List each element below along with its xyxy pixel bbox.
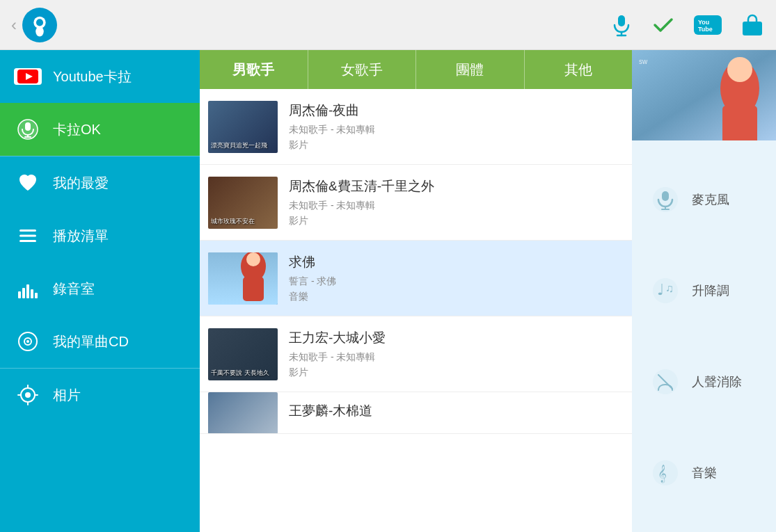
sidebar-item-playlist[interactable]: 播放清單	[0, 209, 200, 262]
tab-other[interactable]: 其他	[525, 50, 633, 89]
app-logo-icon	[27, 13, 52, 38]
svg-rect-20	[19, 240, 36, 242]
youtube-logo-icon	[14, 68, 42, 85]
control-microphone[interactable]: 麥克風	[639, 176, 769, 223]
control-vocal[interactable]: 人聲消除	[639, 358, 769, 405]
photo-icon	[14, 381, 42, 409]
back-button[interactable]: ‹	[11, 15, 17, 35]
control-music-label: 音樂	[692, 465, 717, 481]
now-playing-thumbnail: sw	[632, 50, 776, 140]
thumb-text: 千萬不要說 天長地久	[211, 369, 269, 378]
sidebar-item-youtube[interactable]: Youtube卡拉	[0, 50, 200, 103]
svg-rect-38	[243, 277, 264, 301]
karaoke-mic-icon	[14, 115, 42, 143]
song-list: 漂亮寶貝追兇一起飛 周杰倫-夜曲 未知歌手 - 未知專輯 影片 城市玫瑰不安在 …	[200, 89, 632, 532]
music-icon: 𝄞	[650, 458, 681, 488]
sidebar-item-favorites[interactable]: 我的最愛	[0, 156, 200, 209]
heart-icon	[14, 169, 42, 197]
mic-control-icon	[650, 184, 681, 215]
svg-text:𝄞: 𝄞	[658, 465, 667, 483]
svg-point-41	[727, 57, 752, 82]
right-panel: sw 麥克風	[632, 50, 776, 532]
svg-text:You: You	[698, 19, 709, 26]
song-info: 求佛 誓言 - 求佛 音樂	[278, 248, 624, 309]
song-info: 王夢麟-木棉道	[278, 396, 624, 430]
svg-point-2	[36, 19, 43, 26]
song-info: 王力宏-大城小愛 未知歌手 - 未知專輯 影片	[278, 323, 624, 385]
tab-male-label: 男歌手	[232, 61, 274, 79]
song-thumbnail	[208, 392, 278, 434]
song-item-highlighted[interactable]: 求佛 誓言 - 求佛 音樂	[200, 241, 632, 316]
svg-rect-19	[19, 235, 36, 237]
svg-text:♫: ♫	[665, 282, 674, 294]
svg-rect-3	[37, 29, 42, 35]
header-right: You Tube	[609, 13, 765, 38]
sidebar-label-karaoke: 卡拉OK	[53, 120, 101, 139]
vocal-icon	[650, 366, 681, 397]
song-type: 影片	[289, 366, 612, 379]
svg-point-34	[25, 392, 31, 398]
song-type: 影片	[289, 139, 612, 152]
svg-rect-22	[22, 288, 25, 298]
svg-rect-42	[722, 106, 757, 140]
thumb-text: 城市玫瑰不安在	[211, 217, 255, 226]
music-notes-icon: ♩ ♫	[650, 275, 681, 306]
tab-female-label: 女歌手	[341, 61, 383, 79]
svg-text:♩: ♩	[657, 281, 664, 298]
tab-female[interactable]: 女歌手	[308, 50, 417, 89]
thumb-text: 漂亮寶貝追兇一起飛	[211, 141, 267, 150]
song-title: 周杰倫-夜曲	[289, 102, 612, 120]
main-layout: Youtube卡拉 卡拉OK 我的最愛	[0, 50, 776, 532]
svg-rect-10	[743, 22, 762, 35]
song-type: 音樂	[289, 291, 612, 303]
svg-rect-25	[35, 293, 38, 298]
svg-rect-24	[31, 289, 33, 298]
app-logo	[22, 8, 57, 42]
sidebar: Youtube卡拉 卡拉OK 我的最愛	[0, 50, 200, 532]
studio-icon	[14, 275, 42, 303]
song-thumbnail	[208, 252, 278, 305]
song-artist: 未知歌手 - 未知專輯	[289, 124, 612, 136]
song-item[interactable]: 城市玫瑰不安在 周杰倫&費玉清-千里之外 未知歌手 - 未知專輯 影片	[200, 165, 632, 241]
sidebar-item-studio[interactable]: 錄音室	[0, 262, 200, 315]
header-check-button[interactable]	[651, 13, 676, 38]
svg-rect-21	[18, 291, 21, 298]
header-youtube-button[interactable]: You Tube	[692, 13, 723, 38]
tab-bar: 男歌手 女歌手 團體 其他	[200, 50, 632, 89]
svg-text:Tube: Tube	[698, 26, 713, 33]
sidebar-label-playlist: 播放清單	[53, 227, 109, 245]
song-item[interactable]: 千萬不要說 天長地久 王力宏-大城小愛 未知歌手 - 未知專輯 影片	[200, 316, 632, 392]
control-music[interactable]: 𝄞 音樂	[639, 449, 769, 497]
sidebar-item-karaoke[interactable]: 卡拉OK	[0, 103, 200, 156]
tab-group[interactable]: 團體	[416, 50, 525, 89]
song-item[interactable]: 王夢麟-木棉道	[200, 392, 632, 434]
svg-rect-18	[19, 229, 36, 232]
control-mic-label: 麥克風	[692, 191, 729, 208]
svg-rect-4	[618, 15, 625, 26]
sidebar-item-photos[interactable]: 相片	[0, 369, 200, 421]
sidebar-label-youtube: Youtube卡拉	[53, 67, 132, 86]
song-type: 影片	[289, 215, 612, 227]
song-thumbnail: 漂亮寶貝追兇一起飛	[208, 101, 278, 153]
song-title: 王力宏-大城小愛	[289, 329, 612, 347]
svg-text:sw: sw	[639, 58, 648, 65]
cd-icon	[14, 328, 42, 355]
song-artist: 未知歌手 - 未知專輯	[289, 200, 612, 212]
song-item[interactable]: 漂亮寶貝追兇一起飛 周杰倫-夜曲 未知歌手 - 未知專輯 影片	[200, 89, 632, 165]
song-thumbnail: 千萬不要說 天長地久	[208, 328, 278, 380]
header-bag-button[interactable]	[740, 13, 765, 38]
sidebar-label-cd: 我的單曲CD	[53, 332, 129, 351]
control-pitch[interactable]: ♩ ♫ 升降調	[639, 267, 769, 314]
header-left: ‹	[11, 8, 57, 42]
header-mic-button[interactable]	[609, 13, 634, 38]
tab-group-label: 團體	[456, 61, 484, 79]
sidebar-item-cd[interactable]: 我的單曲CD	[0, 315, 200, 368]
right-controls: 麥克風 ♩ ♫ 升降調	[632, 140, 776, 532]
tab-other-label: 其他	[564, 61, 592, 79]
control-vocal-label: 人聲消除	[692, 373, 742, 390]
song-artist: 未知歌手 - 未知專輯	[289, 351, 612, 364]
header: ‹	[0, 0, 776, 50]
svg-point-28	[26, 340, 29, 343]
tab-male[interactable]: 男歌手	[200, 50, 308, 89]
control-pitch-label: 升降調	[692, 282, 729, 299]
